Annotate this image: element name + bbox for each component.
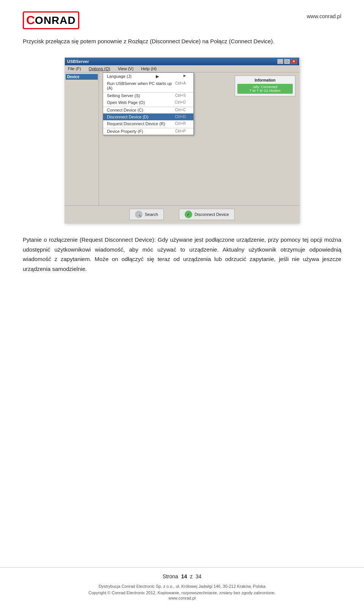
menu-view[interactable]: View (V): [116, 66, 135, 71]
close-button[interactable]: ✕: [291, 59, 297, 64]
window-controls[interactable]: _ □ ✕: [277, 59, 297, 64]
screenshot-window: USBServer _ □ ✕ File (F) Options (O) Vie…: [64, 57, 300, 224]
search-icon: 🔍: [135, 211, 143, 218]
footer-line1: Dystrybucja Conrad Electronic Sp. z o.o.…: [23, 583, 341, 590]
window-titlebar: USBServer _ □ ✕: [65, 58, 299, 65]
logo-c-letter: C: [26, 13, 35, 27]
device-panel: Device: [65, 72, 99, 205]
device-panel-header: Device: [66, 74, 98, 80]
window-content: Device Language (J) ▶ Run USBServer when…: [65, 72, 299, 205]
minimize-button[interactable]: _: [277, 59, 283, 64]
menu-language[interactable]: Language (J) ▶: [103, 73, 193, 80]
menu-run-startup[interactable]: Run USBServer when PC starts up (A) Ctrl…: [103, 80, 193, 91]
menu-open-web[interactable]: Open Web Page (O) Ctrl+O: [103, 99, 193, 106]
footer: Strona 14 z 34 Dystrybucja Conrad Electr…: [0, 567, 364, 606]
page-current: 14: [181, 573, 187, 579]
page-number: Strona 14 z 34: [23, 573, 341, 579]
menu-device-property[interactable]: Device Property (F) Ctrl+P: [103, 128, 193, 135]
website-url: www.conrad.pl: [307, 13, 341, 19]
menu-setting-server[interactable]: Setting Server (S) Ctrl+S: [103, 92, 193, 99]
disconnect-toolbar-button[interactable]: ✓ Disconnect Device: [179, 209, 235, 220]
logo-text: ONRAD: [35, 14, 76, 27]
options-dropdown[interactable]: Language (J) ▶ Run USBServer when PC sta…: [103, 72, 194, 135]
device-connected-status: rally: Connected T W T W 3G Modem: [237, 84, 293, 94]
info-panel: Information rally: Connected T W T W 3G …: [235, 76, 295, 96]
menu-disconnect-device[interactable]: Disconnect Device (D) Ctrl+D: [103, 113, 193, 120]
footer-line2: Copyright © Conrad Electronic 2012, Kopi…: [23, 590, 341, 596]
info-panel-title: Information: [237, 78, 293, 82]
body-paragraph: Pytanie o rozłączenie (Request Disconnec…: [23, 235, 341, 274]
footer-url: www.conrad.pl: [23, 596, 341, 600]
search-toolbar-button[interactable]: 🔍 Search: [129, 209, 164, 220]
menu-options[interactable]: Options (O): [87, 66, 112, 71]
window-toolbar: 🔍 Search ✓ Disconnect Device: [65, 205, 299, 223]
intro-text: Przycisk przełącza się potem ponownie z …: [23, 37, 341, 46]
page-wrapper: C ONRAD www.conrad.pl Przycisk przełącza…: [0, 0, 364, 606]
search-button-label: Search: [145, 212, 158, 217]
menu-request-disconnect[interactable]: Request Disconnect Device (R) Ctrl+R: [103, 120, 193, 127]
maximize-button[interactable]: □: [284, 59, 290, 64]
logo-box: C ONRAD: [23, 11, 79, 29]
page-total: 34: [196, 573, 202, 579]
window-menubar: File (F) Options (O) View (V) Help (H): [65, 65, 299, 72]
menu-connect-device[interactable]: Connect Device (C) Ctrl+C: [103, 107, 193, 113]
header: C ONRAD www.conrad.pl: [23, 11, 341, 29]
window-title: USBServer: [67, 59, 89, 64]
disconnect-button-label: Disconnect Device: [195, 212, 229, 217]
menu-file[interactable]: File (F): [66, 66, 83, 71]
disconnect-icon: ✓: [185, 211, 192, 218]
logo: C ONRAD: [23, 11, 79, 29]
main-area: Language (J) ▶ Run USBServer when PC sta…: [99, 72, 299, 205]
menu-help[interactable]: Help (H): [140, 66, 158, 71]
screenshot-container: USBServer _ □ ✕ File (F) Options (O) Vie…: [23, 57, 341, 224]
